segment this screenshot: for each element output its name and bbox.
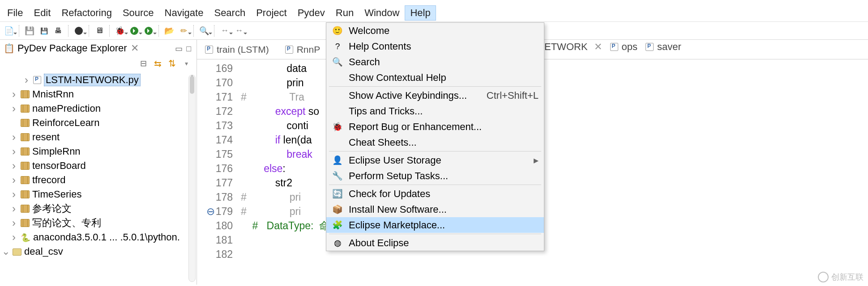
expand-arrow-icon[interactable] [2,246,10,257]
debug-button[interactable] [114,25,126,37]
expand-arrow-icon[interactable] [10,231,18,244]
pkg-icon [21,190,30,198]
editor-tab[interactable]: saver [646,41,681,53]
tree-item[interactable]: namePrediction [2,101,197,116]
menu-item-icon: 🔄 [332,189,343,199]
profile-button[interactable] [73,25,85,37]
tree-item[interactable]: deal_csv [2,244,197,259]
tree-item[interactable]: tensorBoard [2,159,197,173]
editor-tab[interactable]: ops [610,41,637,53]
menu-search[interactable]: Search [209,5,251,21]
new-button[interactable] [3,25,15,37]
link-editor-button[interactable] [152,58,163,69]
menu-file[interactable]: File [2,5,28,21]
menu-source[interactable]: Source [117,5,159,21]
pkg-icon [21,219,30,227]
expand-arrow-icon[interactable] [10,188,18,201]
bug-icon [115,26,125,36]
editor-tab[interactable]: train (LSTM) [197,40,277,59]
pkg-icon [21,162,30,170]
run-ext-button[interactable] [142,25,155,37]
menu-item[interactable]: Cheat Sheets... [326,135,544,150]
menu-item[interactable]: Tips and Tricks... [326,103,544,119]
nav-back-button[interactable] [218,25,231,37]
menu-run[interactable]: Run [330,5,359,21]
menu-item[interactable]: 👤Eclipse User Storage▸ [326,152,544,168]
package-tree[interactable]: LSTM-NETWORK.pyMnistRnnnamePredictionRei… [0,72,197,285]
menu-item-icon: ? [332,42,343,51]
new-icon [4,26,14,36]
tree-item[interactable]: ReinforceLearn [2,116,197,130]
menu-pydev[interactable]: Pydev [292,5,330,21]
menu-item[interactable]: Show Active Keybindings...Ctrl+Shift+L [326,88,544,103]
package-explorer-icon [4,42,17,54]
view-menu-button[interactable] [180,58,192,69]
menu-item-label: About Eclipse [349,237,539,249]
close-view-button[interactable]: ✕ [131,42,139,54]
tree-item[interactable]: resent [2,130,197,144]
screen-button[interactable] [93,25,106,37]
snake-icon [21,231,30,243]
package-explorer: PyDev Package Explorer ✕ LSTM-NETWORK.py… [0,40,197,285]
menu-item[interactable]: Show Contextual Help [326,70,544,85]
menu-item[interactable]: ?Help Contents [326,38,544,54]
editor-tab[interactable]: RnnP [277,40,329,59]
tree-item[interactable]: LSTM-NETWORK.py [2,73,197,87]
menu-window[interactable]: Window [359,5,405,21]
expand-arrow-icon[interactable] [10,202,18,215]
save-button[interactable] [23,25,36,37]
tree-item-label: LSTM-NETWORK.py [44,74,141,86]
expand-arrow-icon[interactable] [10,88,18,101]
wand-button[interactable] [177,25,190,37]
minimize-view-button[interactable] [173,42,184,54]
tree-item[interactable]: tfrecord [2,173,197,187]
expand-arrow-icon[interactable] [10,174,18,186]
expand-arrow-icon[interactable] [10,160,18,172]
run-button[interactable] [128,25,141,37]
expand-arrow-icon[interactable] [10,102,18,115]
menu-item[interactable]: 🔧Perform Setup Tasks... [326,168,544,184]
menu-item[interactable]: ◍About Eclipse [326,235,544,251]
watermark: 创新互联 [818,272,864,282]
editor-tab[interactable]: ETWORK✕ [544,41,602,53]
maximize-view-button[interactable] [184,42,193,54]
nav-fwd-button[interactable] [233,25,245,37]
tree-item[interactable]: anaconda3.5.0.1 ... .5.0.1\python. [2,230,197,244]
menu-item[interactable]: 🔄Check for Updates [326,186,544,202]
expand-arrow-icon[interactable] [10,217,18,229]
menu-navigate[interactable]: Navigate [159,5,209,21]
expand-arrow-icon[interactable] [10,145,18,158]
menu-item[interactable]: 📦Install New Software... [326,202,544,217]
tree-item-label: 参考论文 [32,202,72,215]
print-button[interactable]: 🖶 [52,25,64,37]
menu-item[interactable]: 🙂Welcome [326,23,544,38]
menu-refactoring[interactable]: Refactoring [56,5,117,21]
tree-item[interactable]: TimeSeries [2,187,197,202]
collapse-all-button[interactable] [137,58,149,69]
submenu-arrow-icon: ▸ [534,155,539,166]
scrollbar-thumb[interactable] [190,76,194,94]
menu-project[interactable]: Project [251,5,292,21]
tree-scrollbar[interactable] [188,75,196,282]
menu-item[interactable]: 🔍Search [326,54,544,70]
tree-item[interactable]: MnistRnn [2,87,197,101]
expand-arrow-icon[interactable] [22,74,30,86]
menu-edit[interactable]: Edit [28,5,56,21]
tree-item-label: tensorBoard [32,160,86,172]
toolbar-separator [158,25,159,37]
open-folder-button[interactable] [163,25,175,37]
sort-button[interactable] [166,58,178,69]
save-all-button[interactable] [38,25,50,37]
package-explorer-title: PyDev Package Explorer [17,42,127,54]
close-tab-button[interactable]: ✕ [594,41,602,53]
menu-item[interactable]: 🧩Eclipse Marketplace... [326,217,544,233]
search-button[interactable] [198,25,210,37]
menu-item-icon: ◍ [332,238,343,248]
tree-item[interactable]: SimpleRnn [2,144,197,159]
tree-item[interactable]: 参考论文 [2,202,197,216]
tree-item[interactable]: 写的论文、专利 [2,216,197,230]
menu-separator [329,185,541,185]
expand-arrow-icon[interactable] [10,131,18,143]
menu-item[interactable]: 🐞Report Bug or Enhancement... [326,119,544,135]
menu-help[interactable]: Help [405,5,436,21]
